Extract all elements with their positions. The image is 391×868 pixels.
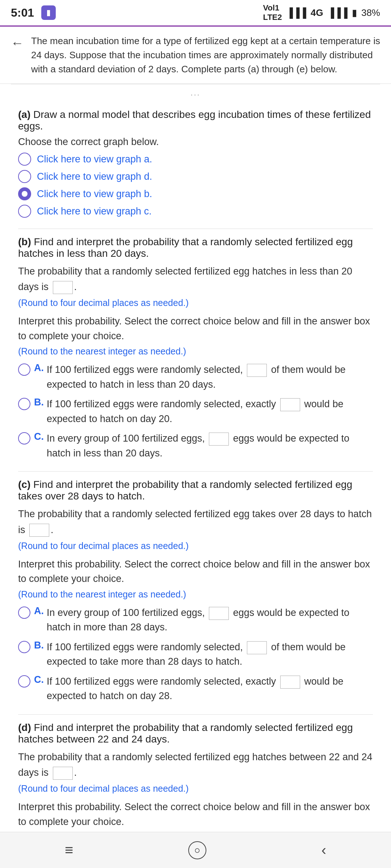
part-b-option-b[interactable]: B. If 100 fertilized eggs were randomly … xyxy=(18,397,373,426)
part-c-radio-a[interactable] xyxy=(18,607,30,619)
part-a-instruction: Choose the correct graph below. xyxy=(18,136,373,148)
menu-button[interactable]: ≡ xyxy=(50,838,88,862)
separator-cd xyxy=(18,714,373,715)
divider-row: ··· xyxy=(11,84,380,105)
part-c-text: Find and interpret the probability that … xyxy=(18,479,352,502)
graph-d-link[interactable]: Click here to view graph d. xyxy=(37,171,152,182)
radio-circle-graph-c[interactable] xyxy=(18,205,31,218)
part-c-interpret-round: (Round to the nearest integer as needed.… xyxy=(18,589,373,600)
part-c-text-a: In every group of 100 fertilized eggs, e… xyxy=(47,605,373,635)
part-b-label-b: B. xyxy=(34,397,44,408)
radio-circle-graph-d[interactable] xyxy=(18,170,31,183)
part-c-section: (c) Find and interpret the probability t… xyxy=(18,479,373,703)
part-c-radio-c[interactable] xyxy=(18,675,30,688)
radio-option-graph-b[interactable]: Click here to view graph b. xyxy=(18,187,373,200)
back-button[interactable]: ← xyxy=(11,35,24,51)
part-c-input-c[interactable] xyxy=(280,676,300,689)
part-a-text: Draw a normal model that describes egg i… xyxy=(18,109,371,132)
part-a-section: (a) Draw a normal model that describes e… xyxy=(18,109,373,218)
back-nav-button[interactable]: ‹ xyxy=(307,838,341,862)
part-a-label: (a) xyxy=(18,109,30,120)
part-d-answer-input[interactable] xyxy=(53,767,73,780)
part-b-input-a[interactable] xyxy=(247,364,267,377)
part-c-label: (c) xyxy=(18,479,30,490)
network-4g: 4G xyxy=(311,7,323,18)
part-c-option-b[interactable]: B. If 100 fertilized eggs were randomly … xyxy=(18,640,373,669)
part-c-answer-line: The probability that a randomly selected… xyxy=(18,506,373,537)
radio-circle-graph-a[interactable] xyxy=(18,153,31,166)
part-c-label-b: B. xyxy=(34,640,44,651)
separator-bc xyxy=(18,471,373,472)
part-b-answer-input[interactable] xyxy=(53,281,73,294)
part-d-text: Find and interpret the probability that … xyxy=(18,722,353,745)
part-b-label: (b) xyxy=(18,236,31,247)
part-b-interpret-instruction: Interpret this probability. Select the c… xyxy=(18,314,373,343)
part-b-radio-c[interactable] xyxy=(18,432,30,444)
radio-option-graph-c[interactable]: Click here to view graph c. xyxy=(18,205,373,218)
part-c-answer-input[interactable] xyxy=(29,524,49,537)
part-c-round-note: (Round to four decimal places as needed.… xyxy=(18,541,373,551)
part-b-radio-a[interactable] xyxy=(18,363,30,376)
part-b-text: Find and interpret the probability that … xyxy=(18,236,353,259)
part-c-option-a[interactable]: A. In every group of 100 fertilized eggs… xyxy=(18,605,373,635)
graph-c-link[interactable]: Click here to view graph c. xyxy=(37,206,152,217)
part-c-label-c: C. xyxy=(34,674,44,685)
part-d-label: (d) xyxy=(18,722,31,733)
graph-b-link[interactable]: Click here to view graph b. xyxy=(37,188,152,200)
main-content: (a) Draw a normal model that describes e… xyxy=(0,105,391,868)
signal-bars-2: ▐▐▐ xyxy=(328,7,348,18)
part-b-round-note: (Round to four decimal places as needed.… xyxy=(18,298,373,308)
part-b-text-a: If 100 fertilized eggs were randomly sel… xyxy=(47,362,373,392)
part-c-text-b: If 100 fertilized eggs were randomly sel… xyxy=(47,640,373,669)
home-icon: ○ xyxy=(194,844,201,856)
radio-option-graph-d[interactable]: Click here to view graph d. xyxy=(18,170,373,183)
part-b-label-c: C. xyxy=(34,431,44,442)
graph-a-link[interactable]: Click here to view graph a. xyxy=(37,154,152,165)
part-b-label-a: A. xyxy=(34,362,44,374)
part-b-radio-b[interactable] xyxy=(18,398,30,410)
separator-ab xyxy=(18,229,373,229)
part-b-input-c[interactable] xyxy=(209,433,229,446)
part-b-text-b: If 100 fertilized eggs were randomly sel… xyxy=(47,397,373,426)
radio-option-graph-a[interactable]: Click here to view graph a. xyxy=(18,153,373,166)
bottom-nav: ≡ ○ ‹ xyxy=(0,832,391,868)
part-c-radio-b[interactable] xyxy=(18,641,30,653)
part-c-answer-text: The probability that a randomly selected… xyxy=(18,509,372,535)
radio-circle-graph-b[interactable] xyxy=(18,187,31,200)
intro-text: The mean incubation time for a type of f… xyxy=(31,34,380,76)
app-notification-icon: ▮ xyxy=(41,5,56,20)
part-b-option-c[interactable]: C. In every group of 100 fertilized eggs… xyxy=(18,431,373,460)
part-d-interpret-instruction: Interpret this probability. Select the c… xyxy=(18,800,373,829)
part-c-input-a[interactable] xyxy=(209,607,229,620)
nav-bar: ← The mean incubation time for a type of… xyxy=(0,27,391,84)
part-d-answer-line: The probability that a randomly selected… xyxy=(18,749,373,780)
battery-percent: 38% xyxy=(361,7,380,18)
part-d-round-note: (Round to four decimal places as needed.… xyxy=(18,783,373,794)
status-icons: Vol1LTE2 ▐▐▐ 4G ▐▐▐ ▮ 38% xyxy=(263,3,380,22)
part-b-text-c: In every group of 100 fertilized eggs, e… xyxy=(47,431,373,460)
dots-indicator: ··· xyxy=(190,90,200,99)
part-b-option-a[interactable]: A. If 100 fertilized eggs were randomly … xyxy=(18,362,373,392)
status-time: 5:01 xyxy=(11,6,34,20)
part-b-input-b[interactable] xyxy=(280,398,300,411)
part-b-answer-line: The probability that a randomly selected… xyxy=(18,264,373,295)
part-c-input-b[interactable] xyxy=(247,641,267,654)
part-b-interpret-round: (Round to the nearest integer as needed.… xyxy=(18,346,373,357)
part-c-text-c: If 100 fertilized eggs were randomly sel… xyxy=(47,674,373,703)
battery-icon: ▮ xyxy=(352,7,357,18)
signal-bars-1: ▐▐▐ xyxy=(286,7,306,18)
status-bar: 5:01 ▮ Vol1LTE2 ▐▐▐ 4G ▐▐▐ ▮ 38% xyxy=(0,0,391,25)
part-c-interpret-instruction: Interpret this probability. Select the c… xyxy=(18,557,373,586)
part-c-label-a: A. xyxy=(34,605,44,617)
volte-indicator: Vol1LTE2 xyxy=(263,3,282,22)
home-button[interactable]: ○ xyxy=(188,841,206,859)
part-c-option-c[interactable]: C. If 100 fertilized eggs were randomly … xyxy=(18,674,373,703)
part-b-section: (b) Find and interpret the probability t… xyxy=(18,236,373,460)
